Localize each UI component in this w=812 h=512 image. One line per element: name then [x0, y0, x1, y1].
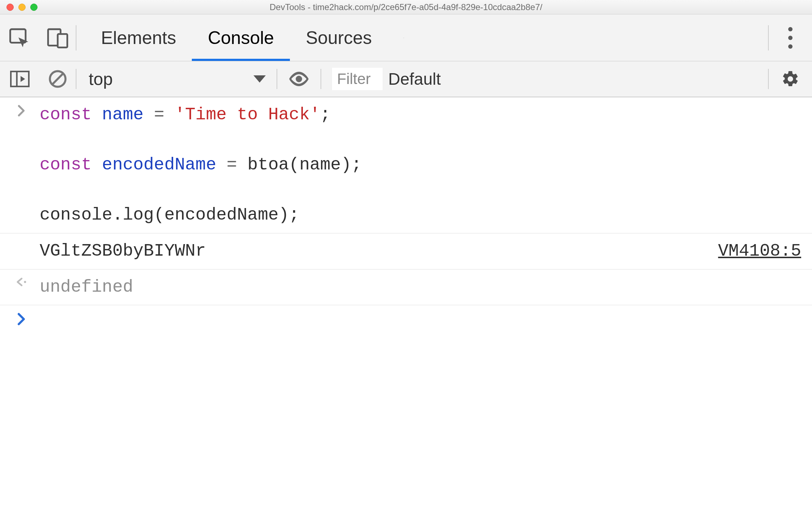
console-input-entry: const name = 'Time to Hack'; const encod…	[0, 97, 812, 234]
log-levels-selector[interactable]: Default	[388, 69, 453, 89]
log-message: VGltZSB0byBIYWNr	[40, 239, 718, 264]
execution-context-selector[interactable]: top	[76, 61, 277, 97]
svg-line-6	[52, 74, 63, 84]
console-return-entry: undefined	[0, 270, 812, 306]
main-tab-bar: Elements Console Sources	[0, 14, 812, 61]
log-gutter	[4, 239, 40, 264]
panel-tabs: Elements Console Sources	[85, 14, 420, 61]
device-toggle-icon[interactable]	[40, 14, 76, 61]
chevron-down-icon	[253, 75, 266, 83]
context-label: top	[89, 69, 113, 89]
prompt-input[interactable]	[40, 310, 801, 326]
divider	[321, 69, 321, 89]
window-titlebar: DevTools - time2hack.com/p/2ce65f7e-a05d…	[0, 0, 812, 14]
console-toolbar: top Filter Default	[0, 61, 812, 97]
window-title: DevTools - time2hack.com/p/2ce65f7e-a05d…	[0, 2, 812, 12]
window-close-button[interactable]	[6, 4, 14, 11]
return-value: undefined	[40, 275, 801, 300]
tab-elements[interactable]: Elements	[85, 14, 192, 61]
filter-input[interactable]: Filter	[332, 68, 383, 90]
more-tabs-icon[interactable]	[388, 14, 420, 61]
return-arrow-icon	[4, 275, 40, 300]
toggle-sidebar-icon[interactable]	[0, 61, 40, 97]
input-prompt-icon	[4, 102, 40, 228]
svg-point-8	[24, 281, 26, 283]
log-source-link[interactable]: VM4108:5	[718, 239, 801, 264]
tab-sources[interactable]: Sources	[290, 14, 388, 61]
svg-rect-3	[11, 71, 29, 87]
svg-point-7	[296, 76, 302, 82]
divider	[76, 25, 76, 50]
prompt-icon	[4, 310, 40, 326]
console-settings-icon[interactable]	[769, 61, 812, 97]
live-expression-icon[interactable]	[277, 61, 321, 97]
console-log-entry: VGltZSB0byBIYWNr VM4108:5	[0, 234, 812, 270]
code-block[interactable]: const name = 'Time to Hack'; const encod…	[40, 102, 801, 228]
inspect-element-icon[interactable]	[0, 14, 40, 61]
tab-console[interactable]: Console	[192, 14, 290, 61]
window-controls	[6, 4, 37, 11]
window-minimize-button[interactable]	[18, 4, 26, 11]
window-maximize-button[interactable]	[30, 4, 37, 11]
clear-console-icon[interactable]	[40, 61, 76, 97]
console-prompt[interactable]	[0, 305, 812, 331]
filter-placeholder: Filter	[337, 70, 371, 88]
settings-menu-icon[interactable]	[769, 27, 812, 49]
svg-rect-2	[58, 34, 67, 47]
console-output: const name = 'Time to Hack'; const encod…	[0, 97, 812, 331]
